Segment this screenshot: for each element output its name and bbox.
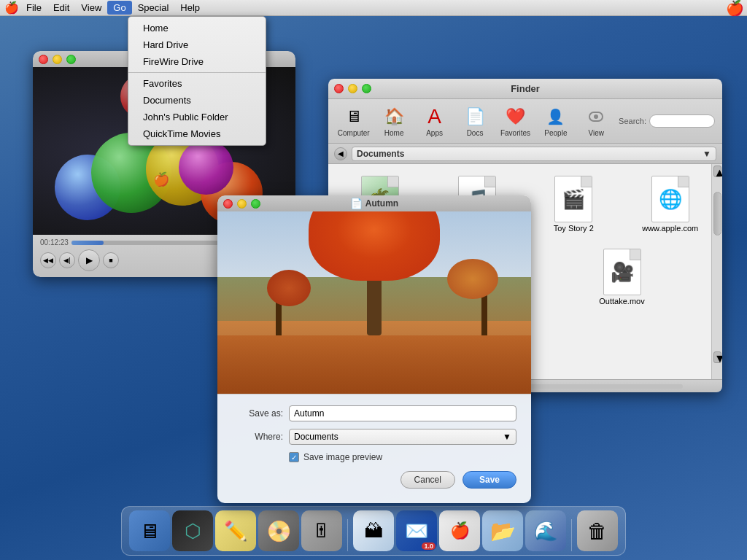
dock-sysprefs[interactable]: 🎚 xyxy=(301,510,342,551)
qt-progress-fill xyxy=(71,241,104,245)
favorites-icon: ❤️ xyxy=(503,105,527,128)
finder-item-outtake[interactable]: 🎥 Outtake.mov xyxy=(586,244,659,310)
toystory-file-name: Toy Story 2 xyxy=(554,224,594,233)
finder-home-btn[interactable]: 🏠 Home xyxy=(376,104,411,139)
dock-browser[interactable]: 🌊 xyxy=(525,510,566,551)
leaf-cover xyxy=(217,335,531,394)
dropdown-arrow: ▼ xyxy=(703,149,711,159)
dock-notes-icon: ✏️ xyxy=(215,510,256,551)
where-arrow: ▼ xyxy=(503,432,511,442)
qt-rewind-button[interactable]: ◀◀ xyxy=(40,252,56,268)
people-label: People xyxy=(544,129,567,137)
finder-maximize-button[interactable] xyxy=(362,84,371,93)
where-label: Where: xyxy=(232,432,283,442)
save-preview-checkbox[interactable]: ✓ xyxy=(289,452,299,462)
dock-apple-site[interactable]: 🍎 xyxy=(439,510,480,551)
go-menu-home[interactable]: Home xyxy=(128,20,266,36)
dock-notes[interactable]: ✏️ xyxy=(215,510,256,551)
qt-play-button[interactable]: ▶ xyxy=(78,249,100,271)
autumn-preview xyxy=(217,211,531,394)
dock-quicktime-icon: ⬡ xyxy=(172,510,213,551)
autumn-close-button[interactable] xyxy=(223,199,233,209)
dock-quicktime[interactable]: ⬡ xyxy=(172,510,213,551)
dock-dvd[interactable]: 📀 xyxy=(258,510,299,551)
qt-close-button[interactable] xyxy=(39,55,48,64)
save-dialog: Save as: Where: Documents ▼ ✓ Save image… xyxy=(217,394,531,503)
favorites-label: Favorites xyxy=(500,129,530,137)
autumn-titlebar: 📄 Autumn xyxy=(217,195,531,211)
search-input[interactable] xyxy=(649,114,715,128)
qt-minimize-button[interactable] xyxy=(53,55,62,64)
apple-menu[interactable]: 🍎 xyxy=(3,0,20,16)
autumn-minimize-button[interactable] xyxy=(237,199,247,209)
save-button[interactable]: Save xyxy=(462,471,516,489)
finder-title: Finder xyxy=(511,83,540,94)
scroll-up-arrow[interactable]: ▲ xyxy=(713,166,721,177)
qt-stop-button[interactable]: ■ xyxy=(103,252,119,268)
path-dropdown[interactable]: Documents ▼ xyxy=(352,147,716,161)
people-icon: 👤 xyxy=(544,105,568,128)
save-button-row: Cancel Save xyxy=(232,471,516,492)
menu-go[interactable]: Go xyxy=(107,1,131,15)
finder-item-apple[interactable]: 🌐 www.apple.com xyxy=(634,171,707,237)
finder-people-btn[interactable]: 👤 People xyxy=(538,104,573,139)
finder-item-toystory[interactable]: 🎬 Toy Story 2 xyxy=(537,171,610,237)
finder-scrollbar[interactable]: ▲ ▼ xyxy=(711,164,722,379)
qt-step-back-button[interactable]: ◀| xyxy=(59,252,75,268)
dock-iphoto[interactable]: 🏔 xyxy=(353,510,394,551)
computer-icon: 🖥 xyxy=(342,105,365,128)
go-menu-favorites[interactable]: Favorites xyxy=(128,75,266,92)
dock-trash[interactable]: 🗑 xyxy=(577,510,618,551)
docs-label: Docs xyxy=(467,129,484,137)
checkbox-label: Save image preview xyxy=(303,452,382,462)
dock-sysprefs-icon: 🎚 xyxy=(301,510,342,551)
go-menu-hard-drive[interactable]: Hard Drive xyxy=(128,36,266,53)
go-menu-public-folder[interactable]: John's Public Folder xyxy=(128,109,266,125)
home-label: Home xyxy=(384,129,404,137)
go-menu-dropdown: Home Hard Drive FireWire Drive Favorites… xyxy=(128,16,266,146)
search-label: Search: xyxy=(619,117,646,125)
where-dropdown[interactable]: Documents ▼ xyxy=(289,429,516,445)
dock-browser-icon: 🌊 xyxy=(525,510,566,551)
finder-close-button[interactable] xyxy=(334,84,344,93)
dock-finder-icon: 🖥 xyxy=(129,510,170,551)
dock-finder[interactable]: 🖥 xyxy=(129,510,170,551)
finder-view-btn[interactable]: View xyxy=(578,104,614,139)
save-as-row: Save as: xyxy=(232,405,516,421)
go-menu-firewire[interactable]: FireWire Drive xyxy=(128,53,266,70)
finder-path-bar: ◀ Documents ▼ xyxy=(328,144,722,164)
save-as-label: Save as: xyxy=(232,408,283,419)
finder-apps-btn[interactable]: A Apps xyxy=(417,104,452,139)
menu-file[interactable]: File xyxy=(20,1,47,15)
dock-apple-site-icon: 🍎 xyxy=(439,510,480,551)
docs-icon: 📄 xyxy=(463,105,487,128)
autumn-maximize-button[interactable] xyxy=(251,199,260,209)
go-menu-quicktime-movies[interactable]: QuickTime Movies xyxy=(128,125,266,142)
cancel-button[interactable]: Cancel xyxy=(400,471,455,489)
dock-folder-icon: 📂 xyxy=(482,510,523,551)
menu-special[interactable]: Special xyxy=(132,1,175,15)
where-row: Where: Documents ▼ xyxy=(232,429,516,445)
dock-folder[interactable]: 📂 xyxy=(482,510,523,551)
save-as-input[interactable] xyxy=(289,405,516,421)
menu-help[interactable]: Help xyxy=(174,1,206,15)
view-label: View xyxy=(589,129,605,137)
qt-maximize-button[interactable] xyxy=(66,55,76,64)
back-button[interactable]: ◀ xyxy=(334,147,347,160)
finder-computer-btn[interactable]: 🖥 Computer xyxy=(336,104,371,139)
outtake-file-name: Outtake.mov xyxy=(599,297,644,306)
qt-time-display: 00:12:23 xyxy=(40,238,69,246)
menu-edit[interactable]: Edit xyxy=(47,1,75,15)
dock-mail[interactable]: ✉️ 1.0 xyxy=(396,510,437,551)
finder-docs-btn[interactable]: 📄 Docs xyxy=(457,104,492,139)
go-menu-documents[interactable]: Documents xyxy=(128,92,266,109)
view-icon xyxy=(584,105,608,128)
scroll-down-arrow[interactable]: ▼ xyxy=(713,351,721,363)
menu-view[interactable]: View xyxy=(75,1,107,15)
finder-minimize-button[interactable] xyxy=(348,84,357,93)
apps-icon: A xyxy=(423,105,446,128)
scroll-thumb[interactable] xyxy=(713,192,721,236)
autumn-window: 📄 Autumn Save as: Where: Documents ▼ xyxy=(217,195,531,503)
finder-favorites-btn[interactable]: ❤️ Favorites xyxy=(498,104,533,139)
bg-tree-trunk-2 xyxy=(481,292,487,335)
